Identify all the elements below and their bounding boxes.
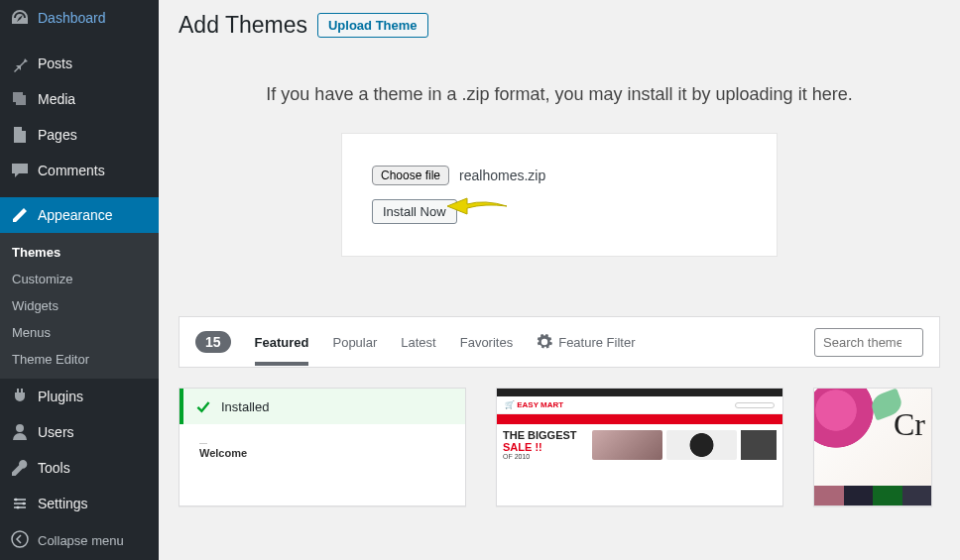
sidebar-item-pages[interactable]: Pages [0,117,159,153]
pin-icon [10,54,30,73]
submenu-item-themes[interactable]: Themes [0,239,159,266]
collapse-label: Collapse menu [38,533,124,548]
svg-point-3 [12,531,28,547]
submenu-item-theme-editor[interactable]: Theme Editor [0,346,159,373]
sidebar-item-label: Users [38,424,74,440]
sidebar-item-media[interactable]: Media [0,81,159,117]
theme-count-badge: 15 [195,331,231,353]
tab-favorites[interactable]: Favorites [460,319,513,366]
collapse-icon [10,529,30,552]
settings-icon [10,494,30,513]
check-icon [195,398,211,414]
gear-icon [537,334,552,350]
theme-filter-bar: 15 Featured Popular Latest Favorites Fea… [179,316,940,368]
tab-featured[interactable]: Featured [255,319,309,366]
submenu-item-widgets[interactable]: Widgets [0,292,159,319]
sidebar-item-label: Dashboard [38,10,106,26]
sidebar-item-label: Plugins [38,389,83,404]
selected-file-name: realhomes.zip [459,168,545,183]
arrow-annotation-icon [445,193,509,223]
sidebar-item-settings[interactable]: Settings [0,486,159,521]
page-header: Add Themes Upload Theme [179,0,940,45]
submenu-item-menus[interactable]: Menus [0,319,159,346]
theme-preview-text: SALE !! [503,442,588,454]
feature-filter-label: Feature Filter [558,335,635,350]
media-icon [10,89,30,109]
sidebar-item-label: Settings [38,496,88,511]
choose-file-button[interactable]: Choose file [372,166,449,185]
admin-sidebar: Dashboard Posts Media Pages Comments App… [0,0,159,560]
page-icon [10,125,30,145]
svg-point-2 [17,506,20,509]
dashboard-icon [10,8,30,28]
install-now-button[interactable]: Install Now [372,199,457,224]
installed-label: Installed [221,399,269,414]
theme-card[interactable]: EASY MART THE BIGGEST SALE !! OF 2010 [496,388,783,506]
svg-point-1 [23,503,26,505]
plugins-icon [10,387,30,406]
theme-card[interactable]: Cr [813,388,932,506]
sidebar-item-label: Tools [38,460,70,476]
tools-icon [10,458,30,478]
search-themes-input[interactable] [814,328,923,357]
appearance-icon [10,205,30,225]
sidebar-item-plugins[interactable]: Plugins [0,379,159,414]
tab-latest[interactable]: Latest [401,319,435,366]
sidebar-item-label: Comments [38,163,105,178]
theme-preview-text: OF 2010 [503,453,588,460]
tab-popular[interactable]: Popular [332,319,377,366]
upload-instruction-text: If you have a theme in a .zip format, yo… [179,84,940,105]
sidebar-item-label: Appearance [38,207,113,223]
theme-preview-text: THE BIGGEST [503,430,588,442]
comments-icon [10,161,30,180]
users-icon [10,422,30,442]
sidebar-item-dashboard[interactable]: Dashboard [0,0,159,36]
theme-grid: Installed — Welcome 13 14 15 16 17 EASY … [179,388,940,506]
sidebar-item-label: Pages [38,127,77,143]
collapse-menu-button[interactable]: Collapse menu [0,521,159,560]
theme-preview-logo: EASY MART [505,400,563,409]
upload-form-box: Choose file realhomes.zip Install Now [341,133,778,257]
sidebar-item-comments[interactable]: Comments [0,153,159,188]
installed-badge: Installed [180,389,465,424]
sidebar-item-users[interactable]: Users [0,414,159,450]
sidebar-item-label: Media [38,91,75,107]
sidebar-item-posts[interactable]: Posts [0,46,159,81]
page-title: Add Themes [179,12,307,39]
sidebar-item-label: Posts [38,56,72,71]
upload-theme-button[interactable]: Upload Theme [317,13,428,38]
sidebar-item-appearance[interactable]: Appearance [0,197,159,233]
submenu-item-customize[interactable]: Customize [0,266,159,292]
svg-point-0 [15,499,18,502]
theme-preview-text: Cr [894,406,925,443]
main-content: Add Themes Upload Theme If you have a th… [159,0,960,560]
theme-card[interactable]: Installed — Welcome 13 14 15 16 17 [179,388,466,506]
appearance-submenu: Themes Customize Widgets Menus Theme Edi… [0,233,159,379]
feature-filter-button[interactable]: Feature Filter [537,334,635,350]
theme-preview-text: Welcome [199,447,445,459]
sidebar-item-tools[interactable]: Tools [0,450,159,486]
